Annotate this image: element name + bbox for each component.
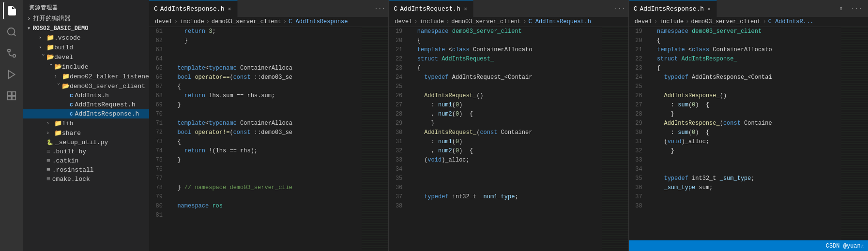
folder-icon: 📂: [46, 53, 54, 61]
c-file-icon: C: [70, 111, 73, 117]
pane1-tab-label: AddIntsResponse.h: [160, 5, 225, 13]
pane3-tab-active[interactable]: C AddIntsResponse.h ✕: [629, 0, 717, 17]
pane3-top: C AddIntsResponse.h ✕ ⬆ ··· devel › incl…: [629, 0, 868, 27]
editor-area: C AddIntsResponse.h ✕ ··· devel › includ…: [149, 0, 868, 251]
tree-item-AddIntsRequest[interactable]: › C AddIntsRequest.h: [23, 100, 149, 109]
tree-label: AddIntsResponse.h: [75, 110, 139, 118]
tree-label: share: [62, 130, 81, 137]
tree-item-vscode[interactable]: › 📁 .vscode: [23, 33, 149, 43]
tree-label: .rosinstall: [52, 166, 94, 174]
pane3-code: 1920212223 2425262728 2930●313233 343536…: [629, 27, 868, 240]
pane1-top: C AddIntsResponse.h ✕ ··· devel › includ…: [149, 0, 388, 27]
tree-item-catkin[interactable]: › ≡ .catkin: [23, 156, 149, 165]
tree-label: _setup_util.py: [55, 139, 108, 146]
tree-label: build: [54, 44, 73, 51]
sidebar-title: 资源管理器: [23, 0, 149, 13]
pane1-minimap: [362, 27, 388, 251]
pane3-more-button[interactable]: ···: [848, 5, 865, 12]
pane3-breadcrumb: devel › include › demo03_server_client ›…: [629, 17, 868, 27]
tree-item-demo03[interactable]: › 📂 demo03_server_client: [23, 81, 149, 91]
pane3-line-numbers: 1920212223 2425262728 2930●313233 343536…: [629, 27, 646, 240]
status-bar: CSDN @yuan☆: [629, 240, 868, 251]
pane2-code-content: namespace demo03_server_client { templat…: [406, 27, 601, 251]
tree-item-build[interactable]: › 📁 build: [23, 43, 149, 52]
tree-label: AddInts.h: [75, 92, 109, 99]
pane2-tab-bar: C AddIntsRequest.h ✕ ···: [389, 0, 628, 17]
folder-icon: 📁: [46, 34, 54, 42]
split-editors: C AddIntsResponse.h ✕ ··· devel › includ…: [149, 0, 868, 251]
pane3-code-content: namespace demo03_server_client { templat…: [646, 27, 841, 240]
tree-item-AddIntsResponse[interactable]: › C AddIntsResponse.h: [23, 109, 149, 118]
pane1-code: 6162636465 6667686970 7172737475 7677787…: [149, 27, 388, 251]
root-folder-section[interactable]: ▾ ROS02_BASIC_DEMO: [23, 24, 149, 33]
pane2-line-numbers: 1920212223 2425262728 2930313233 3435363…: [389, 27, 406, 251]
py-icon: 🐍: [46, 139, 53, 146]
tree-label: lib: [62, 120, 73, 127]
tree-item-share[interactable]: › 📁 share: [23, 128, 149, 138]
c-file-icon: C: [70, 102, 73, 108]
tree-label: .vscode: [54, 34, 81, 42]
tree-item-demo02[interactable]: › 📁 demo02_talker_listener: [23, 72, 149, 81]
tree-item-devel[interactable]: › 📂 devel: [23, 52, 149, 62]
chevron-down-icon: ▾: [27, 25, 30, 32]
debug-icon[interactable]: [3, 66, 20, 83]
pane3-tab-label: AddIntsResponse.h: [640, 5, 704, 13]
pane2-tab-active[interactable]: C AddIntsRequest.h ✕: [389, 0, 473, 17]
pane2-more-button[interactable]: ···: [611, 0, 628, 17]
svg-point-2: [13, 55, 16, 58]
editor-col-2: C AddIntsRequest.h ✕ ··· devel › include…: [389, 0, 628, 251]
svg-rect-5: [8, 92, 11, 95]
svg-marker-4: [9, 71, 15, 79]
git-icon[interactable]: [3, 44, 20, 62]
tree-item-include[interactable]: › 📂 include: [23, 62, 149, 72]
pane1-more-button[interactable]: ···: [371, 0, 388, 17]
editor-col-1: C AddIntsResponse.h ✕ ··· devel › includ…: [149, 0, 389, 251]
pane3-minimap: [841, 27, 868, 240]
folder-icon: 📁: [46, 44, 54, 51]
tree-label: .catkin: [52, 157, 79, 164]
svg-point-3: [8, 49, 11, 52]
search-icon[interactable]: [3, 23, 20, 41]
tree-item-cmake-lock[interactable]: › ≡ cmake.lock: [23, 175, 149, 184]
tree-item-AddInts[interactable]: › C AddInts.h: [23, 91, 149, 100]
tree-label: cmake.lock: [52, 176, 90, 183]
pane1-code-content: return 3; } template<typename ContainerA…: [167, 27, 362, 251]
pane1-tab-bar: C AddIntsResponse.h ✕ ···: [149, 0, 388, 17]
pane2-tab-label: AddIntsRequest.h: [400, 5, 460, 13]
tree-label: AddIntsRequest.h: [75, 101, 136, 108]
folder-icon: 📂: [62, 82, 70, 90]
svg-point-0: [8, 28, 15, 35]
pane1-line-numbers: 6162636465 6667686970 7172737475 7677787…: [149, 27, 167, 251]
svg-rect-6: [12, 92, 15, 95]
pane2-breadcrumb: devel › include › demo03_server_client ›…: [389, 17, 628, 27]
folder-icon: 📂: [54, 63, 62, 71]
pane1-tab-active[interactable]: C AddIntsResponse.h ✕: [149, 0, 238, 17]
pane2-close-button[interactable]: ✕: [463, 5, 468, 13]
tree-item-setup-util[interactable]: › 🐍 _setup_util.py: [23, 138, 149, 147]
editor-col-3: C AddIntsResponse.h ✕ ⬆ ··· devel › incl…: [629, 0, 868, 251]
c-tab-icon: C: [394, 5, 397, 13]
pane1-breadcrumb: devel › include › demo03_server_client ›…: [149, 17, 388, 27]
tree-label: demo02_talker_listener: [70, 73, 149, 80]
tree-label: devel: [54, 54, 73, 61]
pane2-minimap: [602, 27, 628, 251]
pane3-save-button[interactable]: ⬆: [836, 4, 846, 13]
extensions-icon[interactable]: [3, 87, 20, 104]
tree-item-built-by[interactable]: › ≡ .built_by: [23, 147, 149, 156]
chevron-right-icon: ›: [27, 15, 31, 22]
folder-icon: 📁: [62, 73, 70, 80]
svg-rect-7: [8, 96, 11, 100]
tree-label: .built_by: [52, 148, 86, 155]
folder-icon: 📁: [54, 119, 62, 127]
open-editors-section[interactable]: › 打开的编辑器: [23, 13, 149, 24]
tree-item-lib[interactable]: › 📁 lib: [23, 118, 149, 128]
svg-line-1: [14, 34, 15, 36]
pane1-close-button[interactable]: ✕: [227, 5, 232, 13]
folder-icon: 📁: [54, 129, 62, 137]
c-file-icon: C: [70, 93, 73, 99]
pane3-tab-bar: C AddIntsResponse.h ✕ ⬆ ···: [629, 0, 868, 17]
pane2-top: C AddIntsRequest.h ✕ ··· devel › include…: [389, 0, 628, 27]
pane3-close-button[interactable]: ✕: [706, 5, 712, 13]
tree-item-rosinstall[interactable]: › ≡ .rosinstall: [23, 165, 149, 175]
files-icon[interactable]: [3, 2, 20, 19]
